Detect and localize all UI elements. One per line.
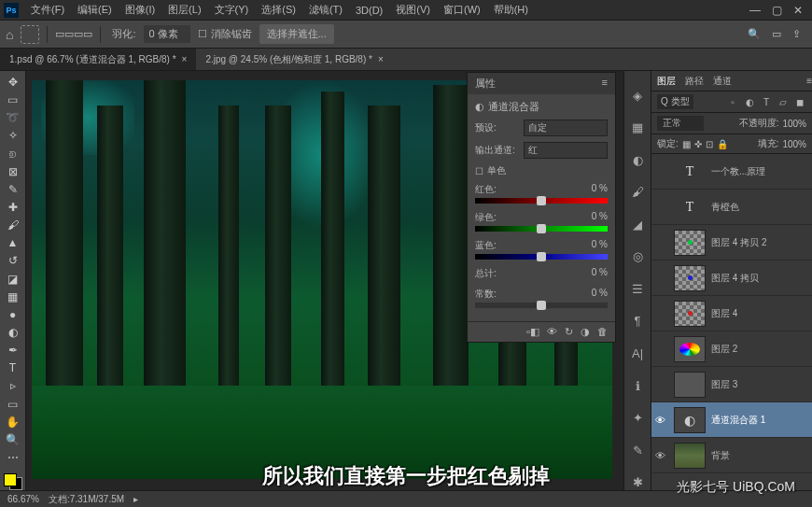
- layer-row[interactable]: 👁◐通道混合器 1: [651, 402, 812, 438]
- layer-row[interactable]: T青橙色: [651, 190, 812, 225]
- lock-all-icon[interactable]: 🔒: [717, 139, 728, 149]
- window-restore-icon[interactable]: ▢: [772, 4, 782, 17]
- panel-menu-icon[interactable]: ≡: [806, 76, 812, 86]
- menu-select[interactable]: 选择(S): [255, 3, 302, 17]
- menu-type[interactable]: 文字(Y): [208, 3, 256, 17]
- adjustments-icon[interactable]: ◢: [629, 217, 646, 232]
- pen-tool[interactable]: ✒: [4, 343, 22, 358]
- layer-name[interactable]: 图层 3: [711, 378, 808, 391]
- tab-layers[interactable]: 图层: [657, 75, 676, 88]
- gradient-tool[interactable]: ▦: [4, 289, 22, 304]
- styles-icon[interactable]: ◎: [629, 249, 646, 265]
- visibility-toggle[interactable]: 👁: [655, 450, 668, 461]
- color-swatch[interactable]: [4, 473, 22, 490]
- layer-row[interactable]: 图层 4: [651, 296, 812, 331]
- doc-size[interactable]: 文档:7.31M/37.5M: [49, 493, 124, 506]
- output-channel-select[interactable]: 红: [524, 142, 608, 159]
- channel-slider[interactable]: [475, 254, 608, 260]
- foreground-color[interactable]: [4, 473, 17, 486]
- menu-view[interactable]: 视图(V): [389, 3, 437, 17]
- edit-toolbar[interactable]: ⋯: [4, 450, 22, 465]
- dodge-tool[interactable]: ◐: [4, 325, 22, 340]
- antialias-checkbox[interactable]: ☐: [198, 28, 207, 40]
- window-minimize-icon[interactable]: —: [749, 4, 761, 17]
- doc-tab-2[interactable]: 2.jpg @ 24.5% (色相/饱和度 1, RGB/8) * ×: [196, 49, 392, 70]
- tab-channels[interactable]: 通道: [713, 75, 732, 88]
- layer-name[interactable]: 图层 4: [711, 307, 808, 320]
- channel-value[interactable]: 0: [592, 211, 597, 221]
- close-icon[interactable]: ×: [182, 54, 188, 64]
- filter-adj-icon[interactable]: ◐: [743, 95, 756, 108]
- reset-icon[interactable]: ↻: [565, 326, 573, 338]
- marquee-tool[interactable]: ▭: [4, 92, 22, 107]
- layer-name[interactable]: 通道混合器 1: [711, 414, 808, 427]
- window-close-icon[interactable]: ✕: [793, 4, 803, 17]
- crop-tool[interactable]: ⟄: [4, 147, 22, 162]
- info-icon[interactable]: ℹ: [629, 378, 646, 394]
- search-icon[interactable]: 🔍: [748, 28, 761, 40]
- menu-3d[interactable]: 3D(D): [349, 5, 389, 16]
- channel-value[interactable]: 0: [592, 183, 597, 193]
- navigator-icon[interactable]: ✦: [629, 410, 646, 426]
- feather-input[interactable]: 0 像素: [144, 25, 190, 43]
- history-icon[interactable]: ☰: [629, 281, 646, 297]
- lock-artboard-icon[interactable]: ⊡: [706, 139, 713, 149]
- menu-help[interactable]: 帮助(H): [487, 3, 535, 17]
- swatches-icon[interactable]: ▦: [629, 120, 646, 136]
- layer-name[interactable]: 图层 4 拷贝: [711, 272, 808, 285]
- layer-name[interactable]: 图层 4 拷贝 2: [711, 236, 808, 249]
- layer-row[interactable]: 图层 4 拷贝: [651, 261, 812, 296]
- panel-menu-icon[interactable]: ≡: [602, 77, 608, 91]
- constant-slider[interactable]: [475, 303, 608, 308]
- lock-position-icon[interactable]: ✜: [694, 139, 702, 149]
- share-icon[interactable]: ⇪: [792, 28, 801, 40]
- doc-tab-1[interactable]: 1.psd @ 66.7% (通道混合器 1, RGB/8) * ×: [0, 49, 196, 70]
- blend-mode-select[interactable]: 正常: [657, 116, 704, 131]
- close-icon[interactable]: ×: [378, 54, 384, 64]
- menu-file[interactable]: 文件(F): [24, 3, 71, 17]
- menu-filter[interactable]: 滤镜(T): [302, 3, 349, 17]
- cube-icon[interactable]: ◈: [629, 88, 646, 104]
- layer-row[interactable]: 👁背景: [651, 438, 812, 473]
- layer-row[interactable]: 图层 2: [651, 331, 812, 367]
- layer-row[interactable]: T一个教...原理: [651, 154, 812, 190]
- settings-icon[interactable]: ✱: [629, 474, 646, 490]
- channel-value[interactable]: 0: [592, 239, 597, 249]
- color-icon[interactable]: ◐: [629, 152, 646, 168]
- status-caret-icon[interactable]: ▸: [133, 494, 138, 504]
- previous-icon[interactable]: ◑: [581, 326, 590, 338]
- opacity-value[interactable]: 100%: [782, 119, 806, 129]
- filter-kind-select[interactable]: Q 类型: [657, 94, 693, 109]
- lasso-tool[interactable]: ➰: [4, 110, 22, 125]
- lasso-preset-icon[interactable]: ▭▭▭▭: [55, 28, 92, 40]
- brush-tool[interactable]: 🖌: [4, 218, 22, 232]
- monochrome-checkbox[interactable]: ☐: [475, 166, 483, 176]
- trash-icon[interactable]: 🗑: [597, 326, 608, 338]
- hand-tool[interactable]: ✋: [4, 415, 22, 430]
- history-brush-tool[interactable]: ↺: [4, 253, 22, 268]
- menu-window[interactable]: 窗口(W): [437, 3, 487, 17]
- filter-type-icon[interactable]: T: [760, 95, 773, 108]
- zoom-level[interactable]: 66.67%: [7, 494, 39, 504]
- layer-name[interactable]: 图层 2: [711, 343, 808, 356]
- workspace-icon[interactable]: ▭: [772, 28, 781, 40]
- healing-tool[interactable]: ✚: [4, 200, 22, 215]
- tab-paths[interactable]: 路径: [685, 75, 704, 88]
- layer-name[interactable]: 一个教...原理: [711, 165, 808, 178]
- layer-name[interactable]: 背景: [711, 449, 808, 462]
- properties-panel[interactable]: 属性≡ ◐通道混合器 预设:自定 输出通道:红 ☐单色 红色:0 %绿色:0 %…: [467, 72, 616, 343]
- select-and-mask-button[interactable]: 选择并遮住...: [259, 24, 334, 44]
- zoom-tool[interactable]: 🔍: [4, 432, 22, 447]
- layer-row[interactable]: 图层 3: [651, 367, 812, 402]
- clone-icon[interactable]: ✎: [629, 443, 646, 458]
- blur-tool[interactable]: ●: [4, 307, 22, 322]
- move-tool[interactable]: ✥: [4, 75, 22, 90]
- lock-pixels-icon[interactable]: ▦: [682, 139, 691, 149]
- filter-pixel-icon[interactable]: ▫: [726, 95, 739, 108]
- menu-image[interactable]: 图像(I): [119, 3, 161, 17]
- filter-smart-icon[interactable]: ◼: [793, 95, 806, 108]
- menu-edit[interactable]: 编辑(E): [71, 3, 119, 17]
- stamp-tool[interactable]: ▲: [4, 235, 22, 250]
- paragraph-icon[interactable]: ¶: [629, 314, 646, 330]
- preset-select[interactable]: 自定: [524, 120, 608, 136]
